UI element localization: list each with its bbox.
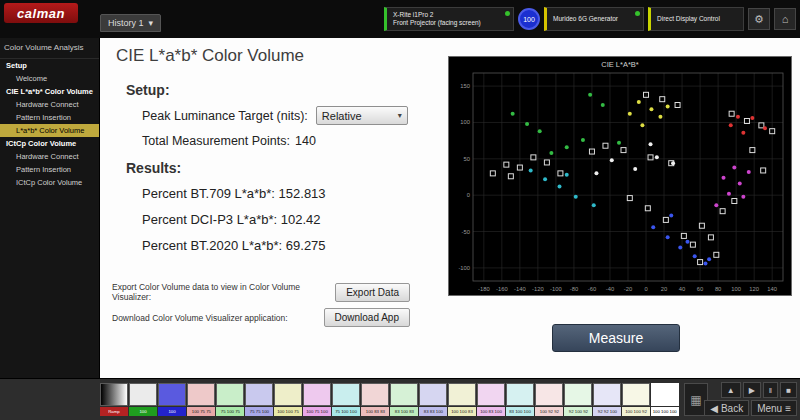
pattern-patch-strip: Ramp100100100 75 7575 100 7575 75 100100…: [100, 383, 679, 416]
pattern-patch[interactable]: 75 75 100: [245, 383, 273, 416]
patch-label: 75 75 100: [245, 407, 273, 416]
stop-icon[interactable]: ■: [780, 382, 797, 398]
sidebar-item-ictcp-color-volume[interactable]: ICtCp Color Volume: [0, 176, 99, 189]
patch-swatch[interactable]: [390, 383, 418, 406]
peak-luminance-dropdown[interactable]: Relative ▾: [316, 106, 408, 125]
pattern-patch[interactable]: 100 92 92: [535, 383, 563, 416]
patch-swatch[interactable]: [303, 383, 331, 406]
patch-swatch[interactable]: [622, 383, 650, 406]
svg-text:-120: -120: [532, 286, 544, 292]
svg-text:-20: -20: [624, 286, 632, 292]
display-control-box[interactable]: Direct Display Control: [648, 7, 744, 31]
pattern-patch[interactable]: 100 75 100: [303, 383, 331, 416]
pattern-patch[interactable]: 100 83 83: [361, 383, 389, 416]
patch-label: 92 100 92: [564, 407, 592, 416]
patch-swatch[interactable]: [506, 383, 534, 406]
pattern-level-badge: 100: [518, 8, 540, 30]
pattern-patch[interactable]: 83 83 100: [419, 383, 447, 416]
peak-luminance-value: Relative: [322, 110, 362, 122]
pattern-patch[interactable]: 92 100 92: [564, 383, 592, 416]
chevron-down-icon: ▾: [149, 18, 154, 28]
pattern-patch[interactable]: 83 100 100: [506, 383, 534, 416]
patch-swatch[interactable]: [419, 383, 447, 406]
play-icon[interactable]: ▶: [743, 382, 761, 398]
pattern-patch[interactable]: 100 75 75: [187, 383, 215, 416]
pattern-patch[interactable]: 83 100 83: [390, 383, 418, 416]
svg-text:100: 100: [460, 119, 470, 125]
menu-icon: ≡: [785, 403, 791, 414]
download-app-button[interactable]: Download App: [324, 308, 411, 327]
sidebar-item-ictcp-color-volume[interactable]: ICtCp Color Volume: [0, 137, 99, 150]
patch-label: 100 83 100: [477, 407, 505, 416]
generator-connection-box[interactable]: Murideo 6G Generator: [544, 7, 644, 31]
pause-icon[interactable]: ‖: [763, 382, 778, 398]
svg-text:150: 150: [460, 83, 470, 89]
pattern-patch[interactable]: 100 100 100: [651, 383, 679, 416]
sidebar-item-setup[interactable]: Setup: [0, 59, 99, 72]
top-bar: calman History 1 ▾ X-Rite i1Pro 2 Front …: [0, 0, 800, 38]
sidebar-item-welcome[interactable]: Welcome: [0, 72, 99, 85]
patch-label: 83 100 83: [390, 407, 418, 416]
pattern-patch[interactable]: Ramp: [100, 383, 128, 416]
sidebar-item-l-a-b-color-volume[interactable]: L*a*b* Color Volume: [0, 124, 99, 137]
sidebar-item-cie-l-a-b-color-volume[interactable]: CIE L*a*b* Color Volume: [0, 85, 99, 98]
patch-swatch[interactable]: [593, 383, 621, 406]
patch-swatch[interactable]: [187, 383, 215, 406]
pattern-patch[interactable]: 75 100 75: [216, 383, 244, 416]
pattern-patch[interactable]: 100: [158, 383, 186, 416]
svg-text:-80: -80: [570, 286, 578, 292]
main-content: CIE L*a*b* Color Volume Setup: Peak Lumi…: [100, 38, 800, 378]
sidebar-item-hardware-connect[interactable]: Hardware Connect: [0, 150, 99, 163]
meter-connection-box[interactable]: X-Rite i1Pro 2 Front Projector (facing s…: [384, 7, 514, 31]
gear-icon[interactable]: ⚙: [748, 8, 770, 30]
patch-swatch[interactable]: [651, 383, 679, 406]
pattern-patch[interactable]: 100 100 83: [448, 383, 476, 416]
tab-history-1[interactable]: History 1 ▾: [100, 14, 161, 32]
back-button[interactable]: ◀ Back: [704, 400, 749, 416]
patch-label: 100: [158, 407, 186, 416]
export-data-button[interactable]: Export Data: [335, 283, 410, 302]
svg-text:20: 20: [661, 286, 667, 292]
patch-swatch[interactable]: [535, 383, 563, 406]
pattern-patch[interactable]: 100 100 75: [274, 383, 302, 416]
patch-swatch[interactable]: [477, 383, 505, 406]
patch-swatch[interactable]: [158, 383, 186, 406]
patch-swatch[interactable]: [216, 383, 244, 406]
svg-text:120: 120: [749, 286, 759, 292]
svg-text:-50: -50: [462, 229, 470, 235]
svg-text:-160: -160: [496, 286, 508, 292]
sidebar-item-pattern-insertion[interactable]: Pattern Insertion: [0, 163, 99, 176]
download-app-label: Download Color Volume Visualizer applica…: [112, 313, 288, 323]
pattern-patch[interactable]: 100 100 92: [622, 383, 650, 416]
patch-label: 100: [129, 407, 157, 416]
measure-button[interactable]: Measure: [552, 324, 680, 352]
home-icon[interactable]: ⌂: [774, 8, 796, 30]
patch-swatch[interactable]: [448, 383, 476, 406]
svg-text:0: 0: [467, 192, 470, 198]
calman-logo: calman: [4, 3, 78, 23]
patch-swatch[interactable]: [274, 383, 302, 406]
pattern-patch[interactable]: 100: [129, 383, 157, 416]
patch-label: 75 100 75: [216, 407, 244, 416]
pattern-patch[interactable]: 100 83 100: [477, 383, 505, 416]
patch-swatch[interactable]: [564, 383, 592, 406]
sidebar-item-hardware-connect[interactable]: Hardware Connect: [0, 98, 99, 111]
svg-text:-100: -100: [550, 286, 562, 292]
menu-button[interactable]: Menu ≡: [751, 400, 797, 416]
setup-heading: Setup:: [126, 82, 170, 98]
history-tab-label: History 1: [108, 18, 144, 28]
patch-swatch[interactable]: [129, 383, 157, 406]
patch-label: 100 100 83: [448, 407, 476, 416]
patch-swatch[interactable]: [361, 383, 389, 406]
pattern-patch[interactable]: 75 100 100: [332, 383, 360, 416]
up-icon[interactable]: ▲: [721, 382, 741, 398]
patch-label: 100 75 100: [303, 407, 331, 416]
sidebar-item-pattern-insertion[interactable]: Pattern Insertion: [0, 111, 99, 124]
patch-label: 100 100 75: [274, 407, 302, 416]
svg-text:0: 0: [644, 286, 647, 292]
patch-swatch[interactable]: [332, 383, 360, 406]
patch-swatch[interactable]: [245, 383, 273, 406]
pattern-patch[interactable]: 92 92 100: [593, 383, 621, 416]
patch-swatch[interactable]: [100, 383, 128, 406]
workflow-sidebar: Color Volume Analysis SetupWelcomeCIE L*…: [0, 38, 100, 378]
